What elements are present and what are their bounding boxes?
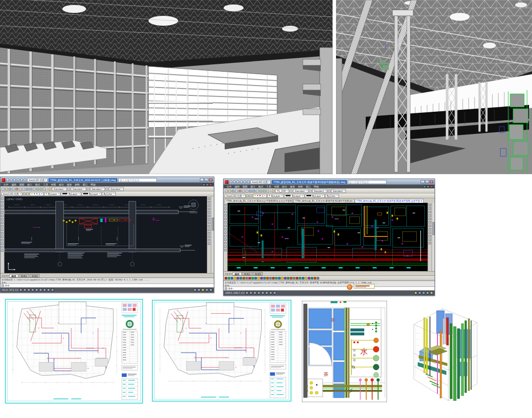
menu-item[interactable]: 参数 [296,185,304,188]
workspace-combo[interactable]: AutoCAD 经典▾ [225,194,245,198]
tab-nav-left-icon[interactable]: ◄◄ [1,275,5,277]
mdi-close-icon[interactable] [430,186,433,188]
lineweight-toggle[interactable] [51,288,54,291]
linetype-combo[interactable]: ByLayer▾ [61,192,81,196]
pan-icon[interactable] [256,189,259,192]
menu-item[interactable]: 修改 [289,185,296,188]
lock-button[interactable] [205,288,208,291]
plugin-icon[interactable] [281,277,284,279]
qnew-icon[interactable] [1,187,4,190]
polar-toggle[interactable] [257,291,260,294]
redo-icon[interactable] [29,187,32,190]
zoom-realtime-icon[interactable] [36,187,39,190]
modify-toolbar[interactable] [428,203,432,271]
plugin-icon[interactable] [284,277,287,279]
paste-icon[interactable] [245,189,248,192]
file-tab[interactable]: 775M_建筑结构_B1_车库文件-B1给排水平面图(B1给水排水平面图) [225,199,293,203]
menu-item[interactable]: 文件 [225,185,233,188]
plugin-icon[interactable] [231,277,233,279]
model-space-section-drawing[interactable]: [-][俯视][二维线框] [4,196,207,273]
paste-icon[interactable] [22,187,25,190]
plotstyle-combo[interactable]: ByColor▾ [325,194,339,198]
plugin-icon[interactable] [254,277,257,279]
undo-icon[interactable] [249,189,252,192]
lineweight-combo[interactable]: ByLayer▾ [82,192,101,196]
undo-icon[interactable] [243,181,246,183]
tab-layout1[interactable]: 布局1 [19,274,29,278]
tab-nav-right-icon[interactable]: ►► [229,273,232,275]
save-icon[interactable] [8,187,11,190]
maximize-button[interactable]: □ [204,178,208,182]
save-icon[interactable] [13,179,16,181]
search-input[interactable]: 键入关键字或短语 [348,180,387,184]
mdi-minimize-icon[interactable] [202,184,205,186]
menu-item[interactable]: 格式 [34,183,42,186]
menu-item[interactable]: 帮助 [312,185,320,188]
mleader-style-combo[interactable]: Standard▾ [109,187,124,191]
plugin-icon[interactable] [308,277,310,279]
fullscreen-button[interactable] [430,291,433,294]
redo-icon[interactable] [24,179,26,181]
model-space-mep-drawing[interactable] [228,203,428,271]
menu-item[interactable]: 格式 [257,185,265,188]
file-tab-active[interactable]: 775M_建筑结构_B1_车库文件-喷淋平面-B1喷淋平面图-总喷平面-4 [355,199,424,203]
plugin-icon[interactable] [305,277,307,279]
new-icon[interactable] [6,179,9,181]
scrollbar-thumb[interactable] [433,222,435,235]
open-icon[interactable] [228,189,231,192]
save-icon[interactable] [237,181,239,183]
plugin-icon[interactable] [240,277,242,279]
plugin-icon[interactable] [293,277,295,279]
workspace-combo[interactable]: AutoCAD 经典▾ [1,192,22,196]
polar-toggle[interactable] [31,288,34,291]
titlebar[interactable]: AutoCAD 经典▾ 775M_建筑结构_B1_车库文件_2016-04-01… [0,177,214,183]
mleader-style-combo[interactable]: Standard▾ [331,189,346,193]
plugin-icon[interactable] [296,277,298,279]
layer-properties-icon[interactable] [246,194,249,197]
command-input[interactable]: 命令: [0,283,214,287]
minimize-button[interactable]: − [421,180,425,184]
undo-icon[interactable] [20,179,23,181]
undo-icon[interactable] [26,187,29,190]
text-style-combo[interactable]: Standard▾ [52,187,67,191]
plugin-icon[interactable] [290,277,292,279]
plot-icon[interactable] [235,189,238,192]
menu-item[interactable]: 窗口 [304,185,312,188]
plugin-icon[interactable] [228,277,230,279]
zoom-realtime-icon[interactable] [259,189,262,192]
draw-toolbar[interactable] [0,196,4,273]
search-input[interactable]: 键入关键字或短语 [118,178,157,182]
table-style-combo[interactable]: Standard▾ [312,189,327,193]
plugin-icon[interactable] [278,277,281,279]
cut-icon[interactable] [15,187,18,190]
menu-item[interactable]: 插入 [26,183,34,186]
mdi-restore-icon[interactable] [427,186,430,188]
pan-icon[interactable] [33,187,36,190]
dyn-ucs-toggle[interactable] [43,288,46,291]
plugin-icon[interactable] [263,277,266,279]
tab-model[interactable]: 模型 [9,274,18,278]
autocad-logo-icon[interactable] [225,180,229,184]
text-style-combo[interactable]: TS_DIM▾ [275,189,289,193]
annotation-scale-button[interactable] [418,291,421,294]
menu-item[interactable]: 窗口 [81,183,89,186]
plugin-icon[interactable] [287,277,290,279]
copy-icon[interactable] [19,187,22,190]
mdi-restore-icon[interactable] [206,184,209,186]
ortho-toggle[interactable] [27,288,30,291]
titlebar[interactable]: AutoCAD 经典▾ 775M_建筑结构_B1_车库文件-喷淋平面-B1喷淋平… [224,179,435,185]
workspace-switch-button[interactable] [422,291,425,294]
plugin-icon[interactable] [314,277,316,279]
menu-item[interactable]: 工具 [42,183,49,186]
draw-toolbar[interactable] [224,203,228,271]
plugin-icon[interactable] [317,277,319,279]
menu-item[interactable]: 编辑 [10,183,18,186]
file-tab[interactable]: 775M_建筑结构_B1_车库文件-暖通平面-B1通风平面图(改) [293,199,354,203]
table-style-combo[interactable]: Standard▾ [90,187,105,191]
save-icon[interactable] [232,189,235,192]
plot-icon[interactable] [17,179,19,181]
layer-combo[interactable]: 0▾ [253,194,267,198]
plugin-icon[interactable] [302,277,304,279]
redo-icon[interactable] [252,189,255,192]
tab-layout2[interactable]: 布局2 [30,274,40,278]
